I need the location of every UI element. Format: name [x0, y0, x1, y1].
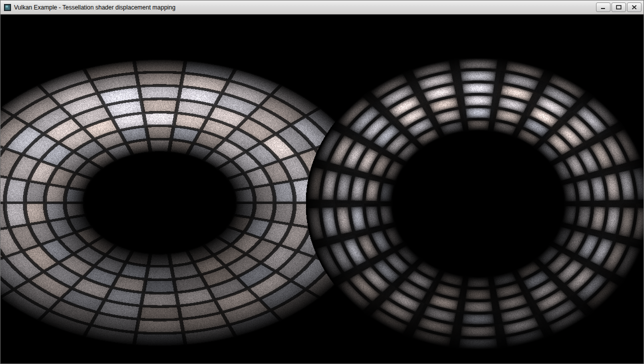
- vulkan-render-canvas[interactable]: [0, 14, 644, 364]
- vulkan-app-icon: [4, 4, 11, 11]
- window-controls: [596, 2, 642, 12]
- maximize-icon: [616, 5, 622, 10]
- minimize-button[interactable]: [596, 2, 610, 12]
- minimize-icon: [600, 5, 606, 10]
- render-viewport[interactable]: [0, 14, 644, 364]
- close-icon: [632, 5, 637, 10]
- window-title: Vulkan Example - Tessellation shader dis…: [14, 1, 592, 14]
- maximize-button[interactable]: [612, 2, 626, 12]
- close-button[interactable]: [627, 2, 642, 12]
- app-window: Vulkan Example - Tessellation shader dis…: [0, 0, 644, 364]
- app-icon[interactable]: [4, 4, 12, 12]
- titlebar[interactable]: Vulkan Example - Tessellation shader dis…: [0, 0, 644, 14]
